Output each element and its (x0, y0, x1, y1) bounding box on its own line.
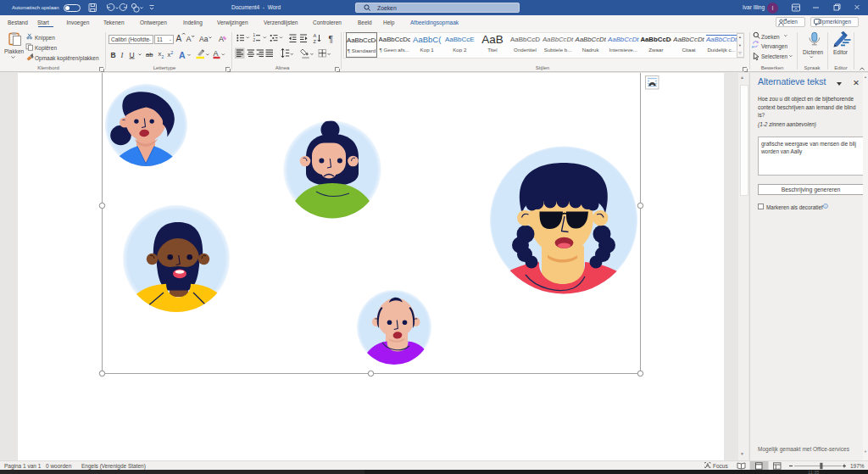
svg-text:2: 2 (253, 38, 256, 42)
svg-text:I: I (120, 51, 125, 59)
svg-text:2: 2 (162, 54, 164, 59)
svg-text:Z: Z (314, 39, 317, 44)
svg-text:B: B (111, 51, 116, 59)
svg-text:A: A (179, 50, 186, 60)
svg-text:A: A (314, 33, 317, 38)
svg-text:Aa: Aa (199, 35, 209, 43)
svg-text:A: A (176, 34, 182, 43)
svg-text:2: 2 (171, 50, 174, 55)
svg-text:¶: ¶ (329, 35, 333, 44)
svg-text:A: A (219, 35, 224, 43)
svg-text:U: U (130, 51, 135, 59)
svg-text:A: A (186, 35, 192, 43)
svg-text:A: A (214, 49, 219, 58)
svg-text:1: 1 (253, 33, 256, 37)
svg-text:ab: ab (146, 51, 153, 59)
